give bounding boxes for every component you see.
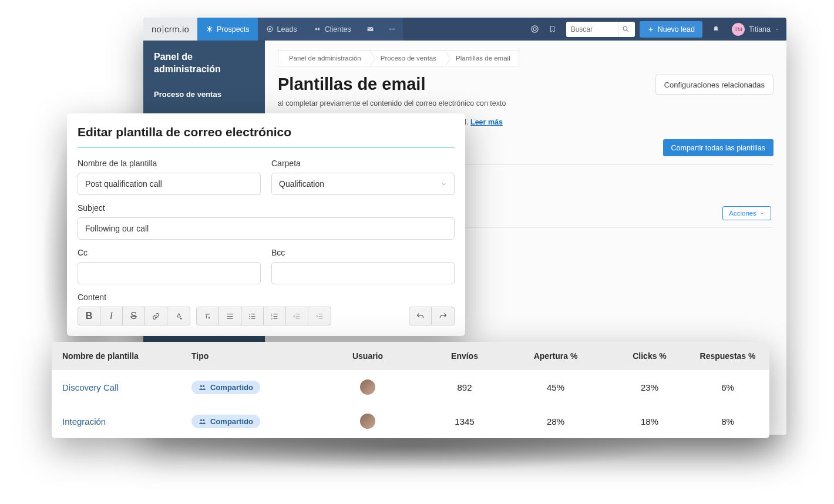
table-row: Discovery Call Compartido 892 45% 23% 6% (52, 370, 769, 404)
italic-button[interactable]: I (100, 307, 123, 325)
nav-more[interactable] (381, 18, 403, 41)
template-stats-panel: Nombre de plantilla Tipo Usuario Envíos … (52, 342, 769, 438)
cell-replies: 6% (697, 382, 759, 392)
link-button[interactable] (145, 307, 167, 325)
nav-label: Leads (277, 25, 297, 33)
search-box[interactable] (566, 22, 635, 37)
nav-prospects[interactable]: Prospects (197, 18, 258, 41)
search-input[interactable] (566, 25, 618, 33)
svg-point-1 (268, 28, 270, 30)
sidebar-title: Panel deadministración (154, 51, 254, 76)
nav-label: Clientes (325, 25, 351, 33)
user-menu[interactable]: TM Titiana (725, 23, 786, 36)
svg-point-6 (532, 26, 538, 32)
template-link[interactable]: Integración (62, 416, 191, 426)
sidebar-item-sales-process[interactable]: Proceso de ventas (154, 90, 254, 99)
template-link[interactable]: Discovery Call (62, 382, 191, 392)
new-lead-label: Nuevo lead (658, 25, 695, 33)
subject-label: Subject (78, 203, 455, 213)
svg-point-19 (203, 419, 204, 421)
bcc-input[interactable] (271, 262, 455, 284)
cell-replies: 8% (697, 416, 759, 426)
col-replies: Respuestas % (697, 351, 759, 361)
goal-icon[interactable] (526, 25, 544, 33)
col-open: Apertura % (509, 351, 603, 361)
ellipsis-icon (388, 25, 396, 33)
col-name: Nombre de plantilla (62, 351, 191, 361)
shared-badge: Compartido (191, 381, 260, 394)
share-all-templates-button[interactable]: Compartir todas las plantillas (663, 139, 774, 156)
svg-point-3 (389, 29, 391, 30)
svg-point-4 (391, 29, 392, 30)
svg-point-7 (533, 28, 536, 31)
help-text: al completar previamente el contenido de… (278, 99, 774, 107)
shared-badge: Compartido (191, 415, 260, 428)
crumb-email-templates[interactable]: Plantillas de email (445, 50, 519, 66)
editor-toolbar: B I S 123 (78, 307, 455, 325)
breadcrumb: Panel de administración Proceso de venta… (278, 50, 774, 66)
target-icon (266, 25, 274, 33)
top-nav: Prospects Leads Clientes (197, 18, 403, 41)
content-label: Content (78, 293, 455, 302)
crumb-admin[interactable]: Panel de administración (278, 50, 370, 66)
folder-label: Carpeta (271, 159, 455, 168)
bookmark-icon[interactable] (544, 25, 561, 33)
svg-point-8 (623, 26, 627, 31)
strikethrough-button[interactable]: S (123, 307, 145, 325)
align-button[interactable] (219, 307, 241, 325)
user-avatar: TM (732, 23, 745, 36)
svg-text:3: 3 (271, 317, 273, 320)
users-icon (199, 384, 206, 391)
col-sends: Envíos (421, 351, 509, 361)
new-lead-button[interactable]: Nuevo lead (640, 21, 702, 38)
svg-point-16 (200, 385, 202, 387)
chevron-down-icon (759, 211, 765, 216)
nav-leads[interactable]: Leads (258, 18, 305, 41)
bold-button[interactable]: B (78, 307, 100, 325)
user-avatar (360, 414, 375, 429)
folder-select[interactable]: Qualification (271, 173, 455, 195)
number-list-button[interactable]: 123 (264, 307, 286, 325)
svg-point-10 (249, 313, 250, 314)
outdent-button[interactable] (286, 307, 308, 325)
bcc-label: Bcc (271, 248, 455, 257)
clear-format-button[interactable] (197, 307, 219, 325)
svg-point-9 (180, 317, 181, 319)
app-logo: nocrm.io (143, 18, 197, 41)
envelope-icon (366, 25, 374, 33)
cell-clicks: 18% (603, 416, 697, 426)
template-actions-button[interactable]: Acciones (722, 206, 771, 220)
cell-open: 45% (509, 382, 603, 392)
learn-more-link[interactable]: Leer más (470, 118, 503, 126)
cell-sends: 1345 (421, 416, 509, 426)
cc-label: Cc (78, 248, 261, 257)
snowflake-icon (206, 25, 213, 33)
table-row: Integración Compartido 1345 28% 18% 8% (52, 404, 769, 438)
logo-left: no (152, 24, 162, 34)
user-initials: TM (734, 26, 742, 32)
subject-input[interactable] (78, 217, 455, 240)
app-bar: nocrm.io Prospects Leads Clientes (143, 18, 786, 41)
nav-label: Prospects (217, 25, 250, 33)
chevron-down-icon (440, 181, 447, 187)
nav-mail[interactable] (359, 18, 381, 41)
search-button[interactable] (618, 22, 633, 37)
template-name-input[interactable] (78, 173, 261, 195)
svg-point-12 (249, 318, 250, 319)
nav-clients[interactable]: Clientes (305, 18, 359, 41)
indent-button[interactable] (308, 307, 331, 325)
undo-button[interactable] (409, 307, 432, 325)
cell-clicks: 23% (603, 382, 697, 392)
related-config-button[interactable]: Configuraciones relacionadas (655, 75, 774, 95)
crumb-sales-process[interactable]: Proceso de ventas (369, 50, 445, 66)
template-name-label: Nombre de la plantilla (78, 159, 261, 168)
redo-button[interactable] (432, 307, 454, 325)
bullet-list-button[interactable] (241, 307, 264, 325)
bell-icon[interactable] (707, 25, 725, 33)
page-title: Plantillas de email (278, 75, 425, 94)
handshake-icon (314, 25, 321, 33)
fill-color-button[interactable] (167, 307, 190, 325)
svg-point-18 (200, 419, 202, 421)
folder-value: Qualification (279, 179, 324, 189)
cc-input[interactable] (78, 262, 261, 284)
